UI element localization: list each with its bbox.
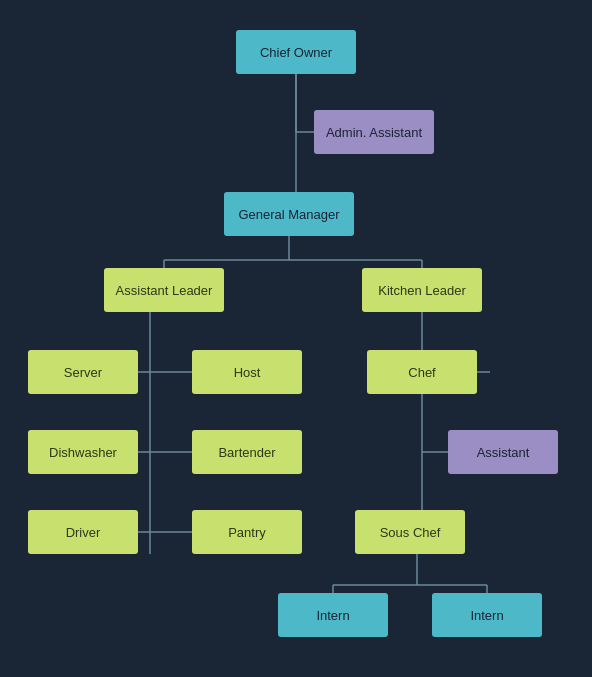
server-node: Server	[28, 350, 138, 394]
host-node: Host	[192, 350, 302, 394]
org-chart: Chief Owner Admin. Assistant General Man…	[0, 0, 592, 677]
assistant-node: Assistant	[448, 430, 558, 474]
sous-chef-node: Sous Chef	[355, 510, 465, 554]
dishwasher-node: Dishwasher	[28, 430, 138, 474]
pantry-node: Pantry	[192, 510, 302, 554]
chef-node: Chef	[367, 350, 477, 394]
intern2-node: Intern	[432, 593, 542, 637]
chief-owner-node: Chief Owner	[236, 30, 356, 74]
admin-assistant-node: Admin. Assistant	[314, 110, 434, 154]
assistant-leader-node: Assistant Leader	[104, 268, 224, 312]
bartender-node: Bartender	[192, 430, 302, 474]
general-manager-node: General Manager	[224, 192, 354, 236]
driver-node: Driver	[28, 510, 138, 554]
connectors	[0, 0, 592, 677]
intern1-node: Intern	[278, 593, 388, 637]
kitchen-leader-node: Kitchen Leader	[362, 268, 482, 312]
